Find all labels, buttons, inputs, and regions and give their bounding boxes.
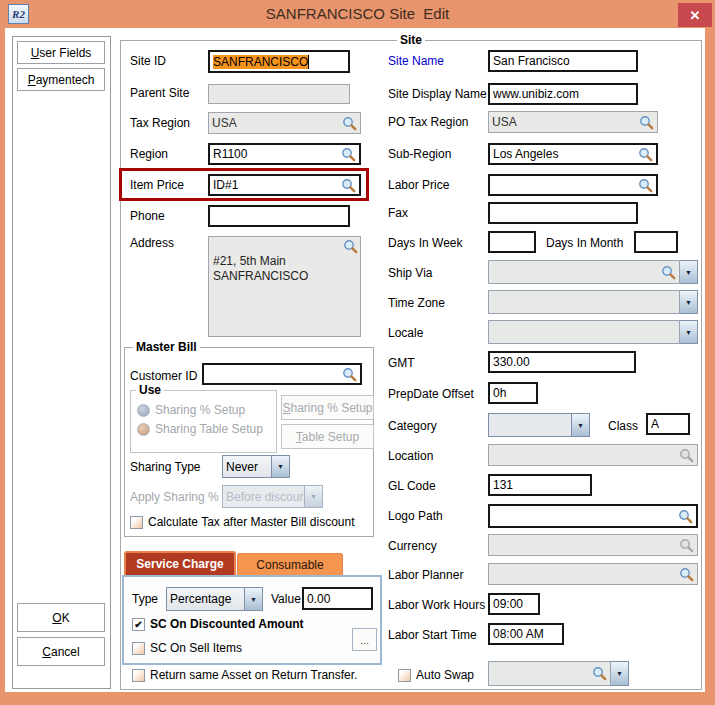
locale-value	[488, 320, 680, 344]
chevron-down-icon: ▼	[305, 485, 323, 508]
return-same-asset-checkbox[interactable]	[132, 669, 145, 682]
labor-price-label: Labor Price	[388, 178, 449, 193]
currency-label: Currency	[388, 539, 437, 554]
gmt-input[interactable]: 330.00	[488, 351, 636, 373]
paymentech-label: Paymentech	[28, 73, 95, 87]
chevron-down-icon[interactable]: ▼	[245, 587, 263, 611]
user-fields-button[interactable]: User Fields	[17, 41, 105, 64]
user-fields-label: User Fields	[31, 46, 92, 60]
sharing-type-label: Sharing Type	[130, 460, 201, 475]
sc-value-value: 0.00	[307, 592, 330, 606]
sharing-pct-setup-label: Sharing % Setup	[282, 401, 372, 415]
labor-work-hours-input[interactable]: 09:00	[488, 593, 540, 615]
search-icon[interactable]	[638, 178, 653, 193]
chevron-down-icon[interactable]: ▼	[572, 413, 590, 437]
apply-sharing-value: Before discount	[222, 485, 305, 508]
locale-label: Locale	[388, 326, 423, 341]
gl-code-label: GL Code	[388, 479, 436, 494]
sc-type-dropdown[interactable]: Percentage ▼	[166, 587, 263, 611]
selected-text: SANFRANCISCO	[213, 55, 308, 69]
location-label: Location	[388, 449, 433, 464]
fax-input[interactable]	[488, 202, 638, 224]
calc-tax-checkbox[interactable]	[130, 516, 143, 529]
time-zone-label: Time Zone	[388, 296, 445, 311]
site-id-input[interactable]: SANFRANCISCO	[208, 50, 350, 73]
days-in-week-label: Days In Week	[388, 236, 462, 251]
customer-id-input[interactable]	[202, 363, 362, 385]
sharing-table-radio-label: Sharing Table Setup	[155, 422, 263, 437]
table-setup-button: Table Setup	[281, 424, 374, 449]
search-icon[interactable]	[342, 367, 357, 382]
search-icon[interactable]	[341, 147, 356, 162]
item-price-label: Item Price	[130, 178, 184, 193]
region-input[interactable]: R1100	[208, 143, 361, 165]
ok-button[interactable]: OK	[17, 603, 105, 632]
prepdate-offset-input[interactable]: 0h	[488, 382, 538, 404]
sharing-table-radio	[137, 423, 150, 436]
class-value: A	[651, 417, 659, 431]
search-icon[interactable]	[638, 147, 653, 162]
chevron-down-icon[interactable]: ▼	[680, 290, 698, 314]
labor-price-input[interactable]	[488, 174, 658, 196]
tab-service-charge[interactable]: Service Charge	[124, 551, 236, 575]
chevron-down-icon[interactable]: ▼	[272, 455, 290, 478]
sub-region-input[interactable]: Los Angeles	[488, 143, 658, 165]
po-tax-region-label: PO Tax Region	[388, 115, 469, 130]
gl-code-input[interactable]: 131	[488, 474, 592, 496]
time-zone-value	[488, 290, 680, 314]
paymentech-button[interactable]: Paymentech	[17, 68, 105, 91]
days-in-week-input[interactable]	[488, 231, 536, 253]
search-icon[interactable]	[678, 509, 693, 524]
time-zone-dropdown[interactable]: ▼	[488, 290, 698, 314]
phone-input[interactable]	[208, 205, 350, 227]
sc-discounted-label: SC On Discounted Amount	[150, 617, 304, 632]
search-icon[interactable]	[342, 116, 357, 131]
prepdate-offset-label: PrepDate Offset	[388, 387, 474, 402]
search-icon[interactable]	[661, 265, 676, 280]
text-cursor	[308, 55, 309, 69]
search-icon	[679, 538, 694, 553]
labor-start-time-input[interactable]: 08:00 AM	[488, 623, 564, 645]
location-input	[488, 444, 698, 466]
chevron-down-icon[interactable]: ▼	[680, 320, 698, 344]
category-dropdown[interactable]: ▼	[488, 413, 590, 437]
search-icon	[679, 448, 694, 463]
po-tax-region-value: USA	[492, 115, 517, 129]
more-options-button[interactable]: ...	[352, 628, 377, 651]
sc-sell-label: SC On Sell Items	[150, 641, 242, 656]
class-input[interactable]: A	[646, 413, 690, 435]
sc-discounted-checkbox[interactable]: ✔	[132, 618, 145, 631]
return-same-asset-label: Return same Asset on Return Transfer.	[150, 668, 357, 683]
site-name-input[interactable]: San Francisco	[488, 50, 638, 72]
logo-path-input[interactable]	[488, 504, 698, 528]
tax-region-input: USA	[208, 112, 361, 134]
search-icon[interactable]	[343, 239, 358, 254]
sc-value-input[interactable]: 0.00	[302, 587, 373, 610]
cancel-button[interactable]: Cancel	[17, 637, 105, 666]
chevron-down-icon[interactable]: ▼	[680, 260, 698, 284]
auto-swap-label: Auto Swap	[416, 668, 474, 683]
search-icon[interactable]	[679, 567, 694, 582]
days-in-month-label: Days In Month	[546, 236, 623, 251]
gmt-value: 330.00	[493, 355, 530, 369]
close-button[interactable]: ✕	[678, 3, 712, 27]
ellipsis-icon: ...	[360, 634, 369, 646]
site-display-name-input[interactable]: www.unibiz.com	[488, 83, 638, 105]
days-in-month-input[interactable]	[634, 231, 678, 253]
table-setup-label: Table Setup	[296, 430, 359, 444]
site-name-label: Site Name	[388, 54, 444, 69]
search-icon[interactable]	[341, 178, 356, 193]
site-name-value: San Francisco	[493, 54, 570, 68]
sharing-type-dropdown[interactable]: Never ▼	[222, 455, 290, 478]
item-price-input[interactable]: ID#1	[208, 174, 361, 196]
sc-sell-checkbox[interactable]	[132, 642, 145, 655]
apply-sharing-label: Apply Sharing %	[130, 490, 219, 505]
auto-swap-checkbox[interactable]	[398, 669, 411, 682]
tab-consumable[interactable]: Consumable	[237, 553, 343, 575]
address-value: #21, 5th Main SANFRANCISCO	[213, 254, 308, 283]
class-label: Class	[608, 419, 638, 434]
locale-dropdown[interactable]: ▼	[488, 320, 698, 344]
calc-tax-label: Calculate Tax after Master Bill discount	[148, 515, 355, 530]
search-icon[interactable]	[639, 115, 654, 130]
auto-swap-value	[488, 661, 611, 686]
